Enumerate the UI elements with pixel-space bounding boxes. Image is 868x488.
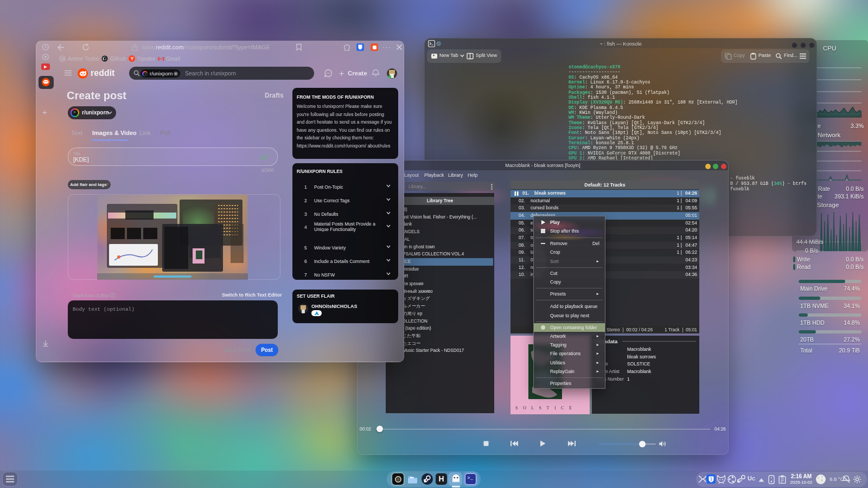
svg-text:SOLSTICE: SOLSTICE <box>515 406 577 410</box>
